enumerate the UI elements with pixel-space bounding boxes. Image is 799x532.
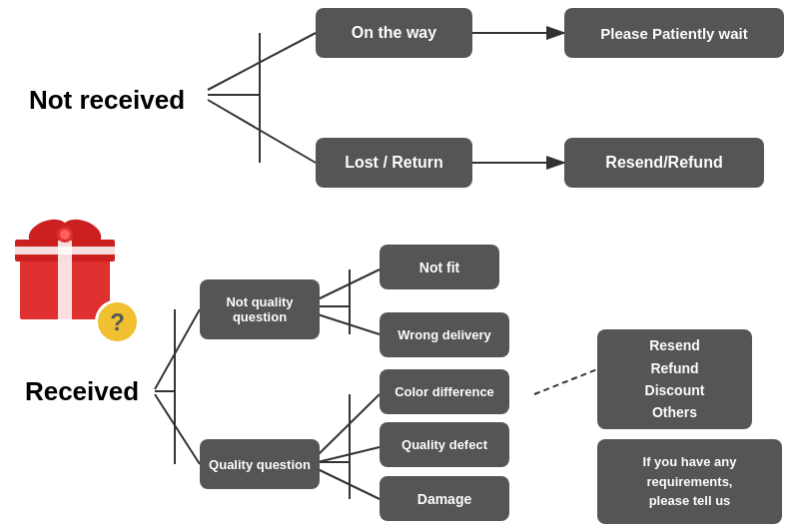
resend-refund-discount-node: Resend Refund Discount Others	[597, 329, 752, 429]
damage-node: Damage	[380, 476, 509, 521]
svg-line-11	[318, 314, 380, 334]
resend-refund-node: Resend/Refund	[564, 138, 764, 188]
not-received-node: Not received	[2, 60, 212, 140]
quality-question-node: Quality question	[200, 439, 320, 489]
question-mark-icon: ?	[95, 299, 140, 344]
svg-line-1	[208, 100, 316, 163]
gift-box: ?	[10, 205, 130, 334]
svg-line-16	[318, 469, 380, 499]
color-difference-node: Color difference	[380, 369, 509, 414]
svg-line-15	[318, 447, 380, 462]
svg-point-28	[60, 230, 70, 240]
wrong-delivery-node: Wrong delivery	[380, 312, 509, 357]
quality-defect-node: Quality defect	[380, 422, 509, 467]
not-fit-node: Not fit	[380, 245, 499, 289]
svg-line-0	[208, 33, 316, 90]
svg-line-10	[318, 269, 380, 299]
not-quality-node: Not quality question	[200, 279, 320, 339]
diagram-container: Not received On the way Please Patiently…	[0, 0, 799, 532]
svg-line-19	[534, 369, 597, 394]
lost-return-node: Lost / Return	[316, 138, 472, 188]
svg-rect-24	[15, 247, 115, 255]
please-wait-node: Please Patiently wait	[564, 8, 784, 58]
on-the-way-node: On the way	[316, 8, 472, 58]
requirements-node: If you have any requirements, please tel…	[597, 439, 782, 524]
received-node: Received	[2, 359, 162, 424]
svg-line-14	[318, 394, 380, 455]
